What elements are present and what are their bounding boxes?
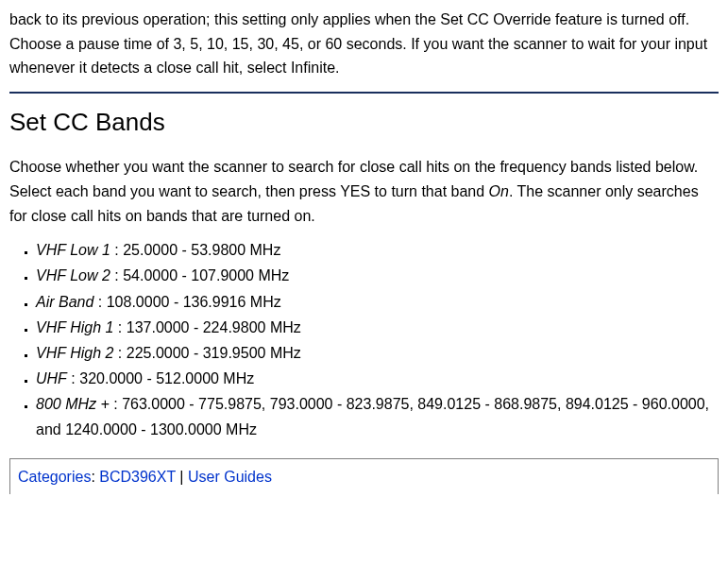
list-item: 800 MHz + : 763.0000 - 775.9875, 793.000… bbox=[36, 391, 719, 442]
band-range: 25.0000 - 53.9800 MHz bbox=[123, 242, 280, 258]
list-item: VHF Low 2 : 54.0000 - 107.9000 MHz bbox=[36, 263, 719, 288]
band-name: 800 MHz + bbox=[36, 396, 110, 412]
band-range: 320.0000 - 512.0000 MHz bbox=[79, 370, 254, 386]
intro-paragraph: back to its previous operation; this set… bbox=[9, 8, 719, 80]
category-link-bcd396xt[interactable]: BCD396XT bbox=[99, 469, 176, 485]
band-range: 108.0000 - 136.9916 MHz bbox=[107, 294, 281, 310]
category-link-user-guides[interactable]: User Guides bbox=[188, 469, 272, 485]
band-range: 225.0000 - 319.9500 MHz bbox=[127, 345, 301, 361]
band-name: VHF High 2 bbox=[36, 345, 113, 361]
section-paragraph-em: On bbox=[489, 183, 509, 199]
list-item: UHF : 320.0000 - 512.0000 MHz bbox=[36, 366, 719, 391]
band-list: VHF Low 1 : 25.0000 - 53.9800 MHz VHF Lo… bbox=[9, 237, 719, 443]
band-name: VHF Low 1 bbox=[36, 242, 110, 258]
section-heading: Set CC Bands bbox=[9, 103, 719, 143]
categories-separator: | bbox=[176, 469, 188, 485]
categories-colon: : bbox=[91, 469, 99, 485]
band-range: 137.0000 - 224.9800 MHz bbox=[127, 319, 301, 335]
band-range: 763.0000 - 775.9875, 793.0000 - 823.9875… bbox=[36, 396, 709, 437]
section-divider bbox=[9, 92, 719, 94]
band-name: VHF High 1 bbox=[36, 319, 113, 335]
band-name: UHF bbox=[36, 370, 67, 386]
band-name: Air Band bbox=[36, 294, 93, 310]
section-paragraph: Choose whether you want the scanner to s… bbox=[9, 155, 719, 228]
band-name: VHF Low 2 bbox=[36, 267, 110, 283]
list-item: Air Band : 108.0000 - 136.9916 MHz bbox=[36, 289, 719, 315]
list-item: VHF High 1 : 137.0000 - 224.9800 MHz bbox=[36, 315, 719, 340]
categories-box: Categories: BCD396XT | User Guides bbox=[9, 458, 719, 495]
list-item: VHF High 2 : 225.0000 - 319.9500 MHz bbox=[36, 340, 719, 366]
categories-link[interactable]: Categories bbox=[18, 469, 91, 485]
list-item: VHF Low 1 : 25.0000 - 53.9800 MHz bbox=[36, 237, 719, 263]
band-range: 54.0000 - 107.9000 MHz bbox=[123, 267, 289, 283]
